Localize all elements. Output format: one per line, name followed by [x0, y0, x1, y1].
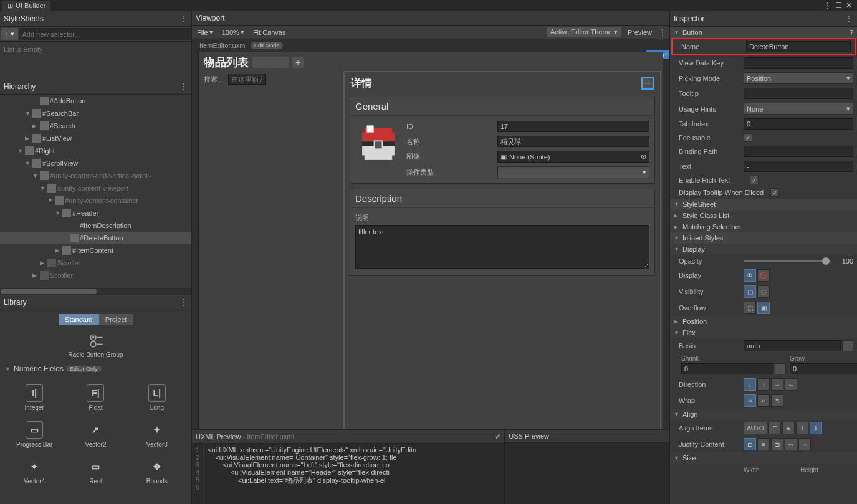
tree-row[interactable]: ▼#Right — [0, 145, 191, 157]
lib-vec3[interactable]: ✦Vector3 — [128, 417, 186, 452]
lib-radio-group[interactable]: Radio Button Group — [0, 329, 191, 362]
align-center-btn[interactable]: ≡ — [782, 422, 795, 434]
justify-around-btn[interactable]: ↔ — [798, 438, 811, 450]
tree-row[interactable]: #ItemDescription — [0, 219, 191, 232]
menu-icon[interactable]: ⋮ — [179, 297, 188, 307]
tree-row[interactable]: ▶#Search — [0, 120, 191, 132]
grow-field[interactable] — [790, 363, 857, 374]
hierarchy-tree[interactable]: #AddButton▼#SearchBar▶#Search▶#ListView▼… — [0, 95, 191, 288]
display-flex-btn[interactable]: 👁 — [744, 269, 756, 282]
fit-canvas-button[interactable]: Fit Canvas — [251, 27, 289, 37]
align-stretch-btn[interactable]: ⇕ — [810, 422, 822, 434]
search-input[interactable] — [228, 74, 266, 85]
lib-integer[interactable]: I|Integer — [5, 381, 64, 415]
delete-button[interactable]: − — [641, 77, 654, 90]
menu-icon[interactable]: ⋮ — [179, 14, 188, 24]
menu-icon[interactable]: ⋮ — [824, 1, 831, 10]
chevron-down-icon[interactable]: ▼ — [674, 29, 680, 36]
align-end-btn[interactable]: ⊥ — [796, 422, 808, 434]
uss-code[interactable] — [505, 443, 669, 504]
close-icon[interactable]: ✕ — [846, 1, 852, 10]
add-selector-button[interactable]: + ▾ — [1, 28, 18, 40]
lib-long[interactable]: L|Long — [128, 381, 186, 415]
overflow-visible-btn[interactable]: ⬚ — [744, 302, 756, 314]
id-field[interactable] — [497, 121, 649, 132]
chevron-down-icon[interactable]: ▼ — [674, 330, 680, 336]
menu-icon[interactable]: ⋮ — [658, 27, 667, 37]
sprite-field[interactable]: ▣ None (Sprite) ⊙ — [497, 151, 649, 163]
dir-column-btn[interactable]: ↓ — [744, 378, 756, 391]
chevron-right-icon[interactable]: ▶ — [674, 318, 680, 325]
open-external-icon[interactable]: ⤢ — [495, 432, 500, 440]
uxml-code[interactable]: 123456 <ui:UXML xmlns:ui="UnityEngine.UI… — [192, 444, 504, 504]
justify-between-btn[interactable]: ⇔ — [785, 438, 797, 450]
tree-row[interactable]: ▶#ListView — [0, 132, 191, 145]
tree-row[interactable]: #DeleteButton — [0, 232, 191, 244]
dir-rowrev-btn[interactable]: ← — [785, 378, 797, 391]
justify-center-btn[interactable]: ≡ — [757, 438, 770, 450]
justify-start-btn[interactable]: ⊏ — [744, 438, 756, 450]
tabindex-field[interactable] — [744, 118, 853, 130]
filter-dropdown[interactable] — [252, 57, 289, 68]
viewport-canvas[interactable]: ItemEditor.uxml Edit Mode #Dele 物品列表 + 搜… — [192, 39, 669, 429]
description-field[interactable] — [355, 225, 649, 269]
basis-unit[interactable]: - — [842, 340, 853, 351]
tree-row[interactable]: ▼#unity-content-container — [0, 194, 191, 207]
file-menu[interactable]: File▾ — [194, 27, 216, 37]
scrollbar-horizontal[interactable] — [0, 288, 191, 295]
theme-select[interactable]: Active Editor Theme ▾ — [547, 27, 621, 37]
pickingmode-dropdown[interactable]: Position▾ — [744, 72, 853, 84]
tree-row[interactable]: ▼#ScrollView — [0, 157, 191, 169]
menu-icon[interactable]: ⋮ — [845, 14, 853, 24]
shrink-unit[interactable]: - — [775, 363, 786, 374]
overflow-hidden-btn[interactable]: ▣ — [757, 302, 770, 314]
tree-row[interactable]: ▼#Header — [0, 207, 191, 219]
lib-vec2[interactable]: ↗Vector2 — [66, 417, 125, 452]
name-field[interactable] — [497, 136, 649, 147]
zoom-level[interactable]: 100%▾ — [219, 27, 247, 37]
align-auto-btn[interactable]: AUTO — [744, 422, 767, 434]
shrink-field[interactable] — [681, 363, 773, 374]
tab-standard[interactable]: Standard — [59, 314, 99, 325]
dir-columnrev-btn[interactable]: ↑ — [757, 378, 770, 391]
window-tab[interactable]: ⊞ UI Builder — [2, 1, 50, 11]
justify-end-btn[interactable]: ⊐ — [771, 438, 783, 450]
text-field[interactable] — [744, 161, 853, 172]
tooltip-field[interactable] — [744, 88, 853, 99]
hidden-btn[interactable]: ◌ — [757, 285, 770, 298]
chevron-down-icon[interactable]: ▼ — [674, 201, 680, 207]
focusable-checkbox[interactable]: ✓ — [744, 133, 752, 142]
tree-row[interactable]: ▶#ItemContent — [0, 244, 191, 257]
bindingpath-field[interactable] — [744, 146, 853, 157]
visible-btn[interactable]: ▢ — [744, 285, 756, 298]
wrap-no-btn[interactable]: ↛ — [744, 394, 756, 407]
tree-row[interactable]: ▶Scroller — [0, 269, 191, 282]
optype-dropdown[interactable]: ▾ — [497, 166, 649, 178]
lib-float[interactable]: F|Float — [66, 381, 125, 415]
disptooltip-checkbox[interactable]: ✓ — [770, 188, 779, 197]
chevron-right-icon[interactable]: ▶ — [674, 224, 680, 230]
opacity-slider[interactable]: 100 — [744, 257, 853, 265]
lib-progress[interactable]: ▭Progress Bar — [5, 417, 64, 452]
tree-row[interactable]: ▼#SearchBar — [0, 107, 191, 120]
align-start-btn[interactable]: ⊤ — [768, 422, 781, 434]
tree-row[interactable]: ▶Scroller — [0, 257, 191, 269]
wrap-yes-btn[interactable]: ↵ — [757, 394, 770, 407]
menu-icon[interactable]: ⋮ — [179, 82, 188, 92]
chevron-down-icon[interactable]: ▼ — [674, 246, 680, 252]
chevron-down-icon[interactable]: ▼ — [5, 366, 11, 372]
tree-row[interactable]: #AddButton — [0, 95, 191, 107]
chevron-down-icon[interactable]: ▼ — [674, 411, 680, 417]
basis-field[interactable] — [744, 340, 841, 351]
add-item-button[interactable]: + — [292, 57, 304, 68]
chevron-down-icon[interactable]: ▼ — [674, 235, 680, 241]
maximize-icon[interactable]: ☐ — [835, 1, 842, 10]
preview-button[interactable]: Preview — [625, 27, 654, 37]
tab-project[interactable]: Project — [99, 314, 133, 325]
object-picker-icon[interactable]: ⊙ — [641, 153, 646, 161]
chevron-down-icon[interactable]: ▼ — [674, 455, 680, 461]
insp-name-field[interactable] — [746, 41, 851, 52]
wrap-rev-btn[interactable]: ↰ — [771, 394, 783, 407]
help-icon[interactable]: ? — [850, 29, 853, 36]
lib-rect[interactable]: ▭Rect — [66, 454, 125, 488]
